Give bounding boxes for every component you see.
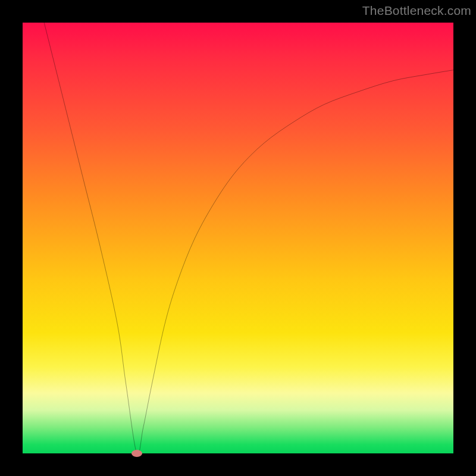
plot-area [23, 23, 453, 453]
watermark-text: TheBottleneck.com [362, 4, 471, 18]
bottleneck-curve [23, 23, 453, 453]
chart-frame: TheBottleneck.com [0, 0, 476, 476]
optimum-marker [131, 450, 142, 457]
